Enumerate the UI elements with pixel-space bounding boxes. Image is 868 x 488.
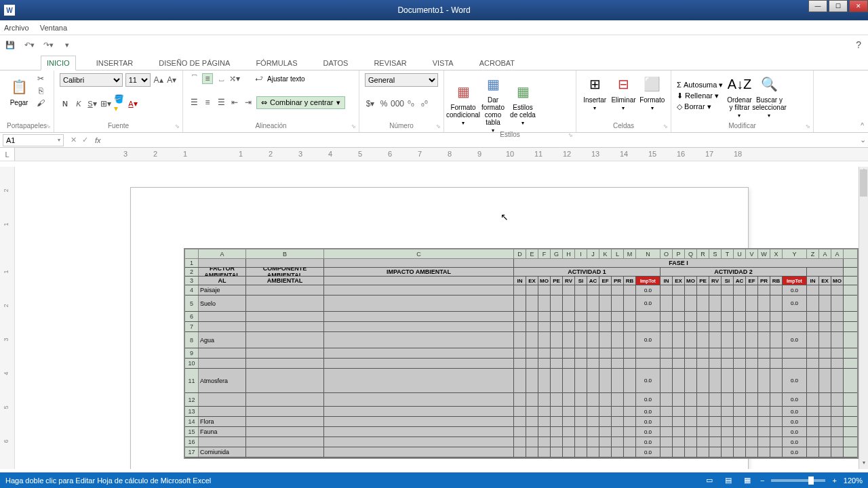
- cell-styles-icon: ▦: [512, 81, 534, 102]
- embedded-excel-object[interactable]: ABCDEFGHIJKLMNOPQRSTUVWXYZAA 1FASE I2FAC…: [184, 248, 859, 459]
- eraser-icon: ◇: [677, 102, 682, 110]
- fill-icon: ⬇: [677, 92, 683, 100]
- table-icon: ▦: [482, 73, 504, 95]
- insert-cells-button[interactable]: ⊞Insertar▾: [582, 73, 608, 111]
- wrap-text-label[interactable]: Ajustar texto: [267, 75, 305, 83]
- tab-revisar[interactable]: REVISAR: [368, 56, 412, 70]
- ribbon-tabs: INICIO INSERTAR DISEÑO DE PÁGINA FÓRMULA…: [0, 54, 868, 70]
- copy-icon[interactable]: ⎘: [35, 85, 46, 96]
- qat-more-icon[interactable]: ▾: [61, 39, 73, 51]
- sort-filter-button[interactable]: A↓ZOrdenar y filtrar▾: [726, 73, 753, 119]
- tab-acrobat[interactable]: ACROBAT: [474, 56, 520, 70]
- quick-access-toolbar: 💾 ↶▾ ↷▾ ▾ ?: [0, 35, 868, 54]
- menu-ventana[interactable]: Ventana: [40, 24, 67, 32]
- align-right-icon[interactable]: ☰: [216, 97, 226, 108]
- paste-button[interactable]: 📋 Pegar: [5, 76, 33, 106]
- indent-decrease-icon[interactable]: ⇤: [229, 97, 240, 108]
- format-cells-button[interactable]: ⬜Formato▾: [639, 73, 665, 111]
- font-combo[interactable]: Calibri: [60, 73, 123, 87]
- scroll-down-icon[interactable]: ▾: [859, 460, 868, 469]
- help-icon[interactable]: ?: [856, 39, 861, 50]
- tab-inicio[interactable]: INICIO: [41, 56, 76, 70]
- merge-center-button[interactable]: ⇔Combinar y centrar▾: [256, 96, 345, 109]
- decrease-decimal-icon[interactable]: ₀⁰: [419, 98, 430, 109]
- cell-styles-button[interactable]: ▦Estilos de celda▾: [509, 81, 536, 126]
- percent-icon[interactable]: %: [378, 98, 389, 109]
- titlebar: W Documento1 - Word — ☐ ✕: [0, 0, 868, 20]
- menu-archivo[interactable]: Archivo: [4, 24, 29, 32]
- clear-button[interactable]: ◇ Borrar ▾: [677, 102, 723, 111]
- group-numero: Número: [365, 122, 438, 129]
- fx-icon[interactable]: fx: [95, 136, 101, 144]
- status-message: Haga doble clic para Editar Hoja de cálc…: [5, 476, 211, 485]
- conditional-format-button[interactable]: ▦Formato condicional▾: [450, 81, 477, 126]
- group-fuente: Fuente: [60, 122, 177, 129]
- bold-icon[interactable]: N: [60, 98, 71, 109]
- align-bottom-icon[interactable]: ⎵: [216, 73, 226, 84]
- italic-icon[interactable]: K: [73, 98, 84, 109]
- save-icon[interactable]: 💾: [4, 39, 16, 51]
- wrap-text-icon[interactable]: ⮐: [254, 73, 264, 84]
- ruler-corner: L: [0, 148, 15, 161]
- expand-formula-icon[interactable]: ⌄: [857, 136, 868, 144]
- close-button[interactable]: ✕: [849, 0, 868, 12]
- minimize-button[interactable]: —: [808, 0, 827, 12]
- merge-icon: ⇔: [261, 98, 267, 107]
- delete-cells-button[interactable]: ⊟Eliminar▾: [610, 73, 636, 111]
- maximize-button[interactable]: ☐: [829, 0, 848, 12]
- indent-increase-icon[interactable]: ⇥: [243, 97, 254, 108]
- orientation-icon[interactable]: ⤭▾: [229, 73, 240, 84]
- view-readmode-icon[interactable]: ▭: [703, 475, 715, 486]
- tab-datos[interactable]: DATOS: [318, 56, 354, 70]
- redo-icon[interactable]: ↷▾: [42, 39, 54, 51]
- vertical-scrollbar[interactable]: ▴ ▾: [859, 167, 868, 469]
- underline-icon[interactable]: S▾: [87, 98, 98, 109]
- tab-formulas[interactable]: FÓRMULAS: [250, 56, 302, 70]
- tab-insertar[interactable]: INSERTAR: [91, 56, 139, 70]
- statusbar: Haga doble clic para Editar Hoja de cálc…: [0, 472, 868, 488]
- align-top-icon[interactable]: ⎴: [189, 73, 199, 84]
- align-center-icon[interactable]: ≡: [202, 97, 213, 108]
- zoom-slider[interactable]: [771, 479, 825, 482]
- zoom-out-icon[interactable]: −: [760, 476, 764, 485]
- shrink-font-icon[interactable]: A▾: [166, 75, 177, 85]
- grow-font-icon[interactable]: A▴: [153, 75, 164, 85]
- tab-diseno[interactable]: DISEÑO DE PÁGINA: [153, 56, 235, 70]
- font-size-combo[interactable]: 11: [125, 73, 151, 87]
- group-alineacion: Alineación: [189, 122, 353, 129]
- delete-icon: ⊟: [612, 73, 634, 95]
- cancel-formula-icon[interactable]: ✕: [71, 136, 77, 144]
- tab-vista[interactable]: VISTA: [427, 56, 459, 70]
- zoom-in-icon[interactable]: +: [832, 476, 836, 485]
- name-box[interactable]: A1▾: [3, 134, 64, 146]
- scroll-thumb[interactable]: [860, 169, 867, 197]
- conditional-format-icon: ▦: [452, 81, 474, 102]
- undo-icon[interactable]: ↶▾: [23, 39, 35, 51]
- autosum-button[interactable]: Σ Autosuma ▾: [677, 81, 723, 89]
- formula-bar: A1▾ ✕ ✓ fx ⌄: [0, 133, 868, 148]
- group-modificar: Modificar: [677, 122, 808, 129]
- increase-decimal-icon[interactable]: ⁰₀: [406, 98, 416, 109]
- collapse-ribbon-icon[interactable]: ^: [861, 122, 864, 129]
- find-select-button[interactable]: 🔍Buscar y seleccionar▾: [755, 73, 783, 119]
- fill-button[interactable]: ⬇ Rellenar ▾: [677, 92, 723, 100]
- clipboard-icon: 📋: [8, 76, 30, 98]
- format-painter-icon[interactable]: 🖌: [35, 98, 46, 108]
- view-print-icon[interactable]: ▤: [722, 475, 734, 486]
- format-table-button[interactable]: ▦Dar formato como tabla▾: [479, 73, 507, 134]
- view-web-icon[interactable]: ▦: [741, 475, 753, 486]
- zoom-level[interactable]: 120%: [844, 476, 863, 485]
- currency-icon[interactable]: $▾: [365, 98, 376, 109]
- cut-icon[interactable]: ✂: [35, 73, 46, 84]
- fill-color-icon[interactable]: 🪣▾: [114, 98, 125, 109]
- align-left-icon[interactable]: ☰: [189, 97, 199, 108]
- format-icon: ⬜: [642, 73, 663, 95]
- sigma-icon: Σ: [677, 81, 682, 89]
- accept-formula-icon[interactable]: ✓: [82, 136, 88, 144]
- comma-icon[interactable]: 000: [392, 98, 403, 109]
- menubar: Archivo Ventana: [0, 20, 868, 35]
- font-color-icon[interactable]: A▾: [127, 98, 138, 109]
- align-middle-icon[interactable]: ≡: [202, 73, 213, 84]
- number-format-combo[interactable]: General: [365, 73, 438, 87]
- border-icon[interactable]: ⊞▾: [100, 98, 111, 109]
